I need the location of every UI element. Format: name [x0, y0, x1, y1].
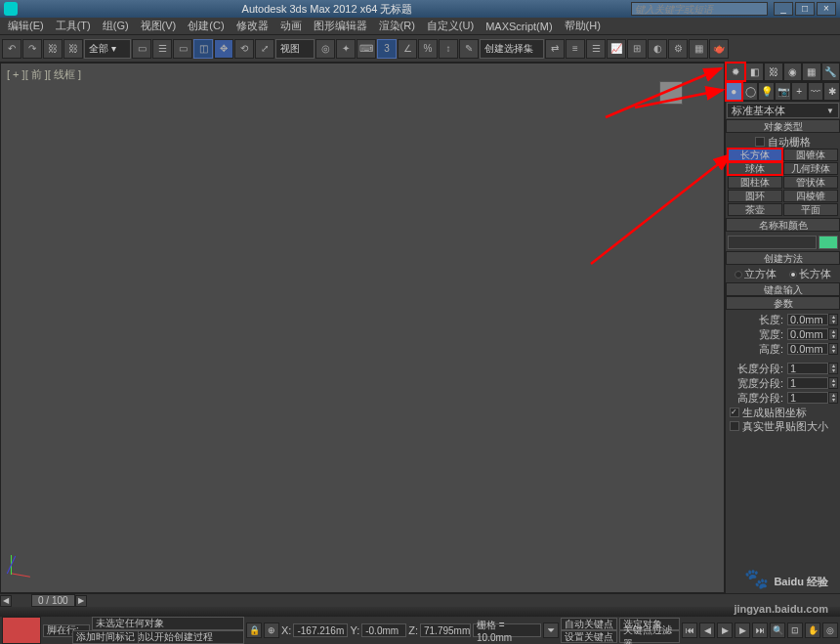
use-pivot-center-button[interactable]: ◎ [315, 39, 335, 59]
subtab-cameras[interactable]: 📷 [775, 82, 791, 101]
radio-box[interactable]: 长方体 [789, 267, 831, 281]
nav-zoom-button[interactable]: 🔍 [770, 623, 785, 638]
select-and-move-button[interactable]: ✥ [214, 39, 233, 59]
track-bar[interactable] [0, 607, 840, 617]
spinner-snap-button[interactable]: ↕ [439, 39, 458, 59]
frame-indicator[interactable]: 0 / 100 [31, 594, 75, 607]
width-input[interactable]: 0.0mm [787, 328, 828, 340]
menu-maxscript[interactable]: MAXScript(M) [480, 21, 558, 32]
add-time-marker-field[interactable]: 添加时间标记 [72, 630, 139, 644]
keyboard-shortcut-button[interactable]: ⌨ [357, 39, 376, 59]
width-spinner[interactable]: ▴▾ [828, 328, 838, 340]
wseg-input[interactable]: 1 [787, 377, 828, 389]
gen-map-checkbox[interactable] [730, 408, 739, 417]
hseg-input[interactable]: 1 [787, 392, 828, 404]
subtab-systems[interactable]: ✱ [823, 82, 840, 101]
percent-snap-button[interactable]: % [418, 39, 438, 59]
primitive-category-combo[interactable]: 标准基本体 ▼ [727, 103, 839, 118]
btn-cylinder[interactable]: 圆柱体 [728, 176, 782, 189]
nav-zoom-all-button[interactable]: ⊡ [787, 623, 803, 638]
time-slider[interactable]: ◀ 0 / 100 ▶ [0, 593, 840, 607]
btn-plane[interactable]: 平面 [783, 203, 838, 216]
edit-named-selection-button[interactable]: ✎ [459, 39, 479, 59]
menu-tools[interactable]: 工具(T) [50, 19, 97, 33]
render-button[interactable]: 🫖 [709, 39, 729, 59]
selection-filter-combo[interactable]: 全部 ▾ [84, 39, 131, 59]
viewport-front[interactable]: [ + ][ 前 ][ 线框 ] [0, 63, 725, 593]
length-spinner[interactable]: ▴▾ [828, 314, 838, 325]
object-color-swatch[interactable] [819, 236, 838, 249]
tab-display[interactable]: ▦ [802, 63, 821, 81]
rollout-keyboard-input[interactable]: 键盘输入 [726, 282, 840, 296]
select-and-rotate-button[interactable]: ⟲ [234, 39, 254, 59]
lseg-spinner[interactable]: ▴▾ [828, 363, 838, 374]
auto-key-button[interactable]: 自动关键点 [561, 618, 617, 630]
btn-tube[interactable]: 管状体 [783, 176, 838, 189]
play-button[interactable]: ▶ [717, 623, 733, 638]
angle-snap-button[interactable]: ∠ [398, 39, 417, 59]
select-object-button[interactable]: ▭ [132, 39, 151, 59]
lock-selection-button[interactable]: 🔒 [246, 623, 262, 638]
rollout-params[interactable]: 参数 [726, 296, 840, 310]
subtab-shapes[interactable]: ◯ [742, 82, 759, 101]
unlink-button[interactable]: ⛓ [63, 39, 83, 59]
select-manipulate-button[interactable]: ✦ [336, 39, 356, 59]
radio-cube[interactable]: 立方体 [735, 267, 777, 281]
viewcube[interactable] [651, 73, 691, 112]
btn-geosphere[interactable]: 几何球体 [783, 162, 838, 175]
subtab-lights[interactable]: 💡 [758, 82, 775, 101]
menu-edit[interactable]: 编辑(E) [2, 19, 50, 33]
mirror-button[interactable]: ⇄ [545, 39, 565, 59]
render-frame-button[interactable]: ▦ [689, 39, 708, 59]
subtab-spacewarps[interactable]: 〰 [808, 82, 824, 101]
lseg-input[interactable]: 1 [787, 363, 828, 374]
maximize-button[interactable]: □ [795, 2, 815, 16]
align-button[interactable]: ≡ [566, 39, 585, 59]
gen-map-row[interactable]: 生成贴图坐标 [728, 406, 838, 419]
next-key-button[interactable]: ▶ [735, 623, 750, 638]
schematic-view-button[interactable]: ⊞ [627, 39, 647, 59]
x-input[interactable]: -167.216m [293, 623, 348, 637]
menu-render[interactable]: 渲染(R) [373, 19, 421, 33]
tab-create[interactable]: ✹ [726, 63, 745, 81]
btn-torus[interactable]: 圆环 [728, 190, 782, 202]
prev-frame-button[interactable]: ◀ [0, 595, 12, 607]
height-input[interactable]: 0.0mm [787, 343, 828, 355]
select-region-rect-button[interactable]: ▭ [173, 39, 192, 59]
rollout-object-type[interactable]: 对象类型 [726, 119, 840, 133]
help-search-input[interactable]: 键入关键字或短语 [631, 2, 768, 16]
tab-motion[interactable]: ◉ [783, 63, 803, 81]
set-key-button[interactable]: 设置关键点 [561, 630, 617, 643]
btn-teapot[interactable]: 茶壶 [728, 203, 782, 216]
goto-start-button[interactable]: ⏮ [682, 623, 697, 638]
menu-graph[interactable]: 图形编辑器 [308, 19, 373, 33]
menu-group[interactable]: 组(G) [97, 19, 135, 33]
menu-views[interactable]: 视图(V) [135, 19, 183, 33]
btn-box[interactable]: 长方体 [728, 149, 782, 161]
tab-utilities[interactable]: 🔧 [821, 63, 841, 81]
link-button[interactable]: ⛓ [43, 39, 63, 59]
time-tag-button[interactable]: ⏷ [543, 623, 559, 638]
named-selection-combo[interactable]: 创建选择集 [480, 39, 544, 59]
hseg-spinner[interactable]: ▴▾ [828, 392, 838, 404]
real-world-row[interactable]: 真实世界贴图大小 [728, 419, 838, 433]
subtab-geometry[interactable]: ● [726, 82, 742, 101]
object-name-input[interactable] [728, 236, 817, 249]
menu-animation[interactable]: 动画 [274, 19, 308, 33]
menu-customize[interactable]: 自定义(U) [421, 19, 480, 33]
menu-help[interactable]: 帮助(H) [559, 19, 607, 33]
close-button[interactable]: × [817, 2, 836, 16]
viewport-label[interactable]: [ + ][ 前 ][ 线框 ] [7, 67, 81, 82]
length-input[interactable]: 0.0mm [787, 314, 828, 325]
layer-manager-button[interactable]: ☰ [586, 39, 606, 59]
render-setup-button[interactable]: ⚙ [668, 39, 688, 59]
curve-editor-button[interactable]: 📈 [607, 39, 626, 59]
nav-orbit-button[interactable]: ◎ [822, 623, 838, 638]
nav-pan-button[interactable]: ✋ [805, 623, 820, 638]
tab-modify[interactable]: ◧ [745, 63, 765, 81]
menu-modifiers[interactable]: 修改器 [231, 19, 274, 33]
subtab-helpers[interactable]: + [791, 82, 808, 101]
window-crossing-button[interactable]: ◫ [193, 39, 213, 59]
auto-grid-row[interactable]: 自动栅格 [728, 135, 838, 149]
abs-rel-button[interactable]: ⊕ [264, 623, 279, 638]
